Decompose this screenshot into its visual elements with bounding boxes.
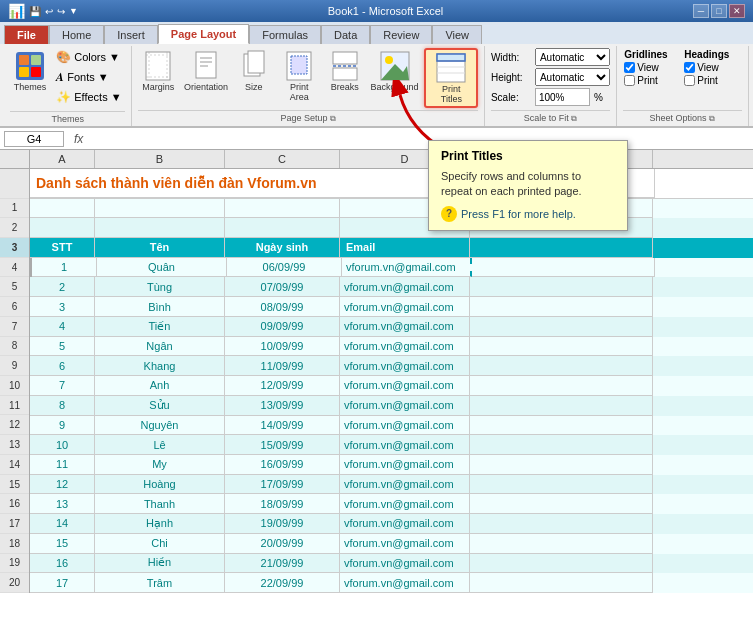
cell-5-e[interactable] bbox=[470, 277, 653, 297]
cell-15-a[interactable]: 12 bbox=[30, 475, 95, 495]
cell-13-e[interactable] bbox=[470, 435, 653, 455]
gridlines-view-checkbox[interactable] bbox=[624, 62, 635, 73]
cell-14-a[interactable]: 11 bbox=[30, 455, 95, 475]
effects-button[interactable]: ✨ Effects ▼ bbox=[52, 88, 125, 106]
cell-8-a[interactable]: 5 bbox=[30, 337, 95, 357]
cell-15-e[interactable] bbox=[470, 475, 653, 495]
tab-formulas[interactable]: Formulas bbox=[249, 25, 321, 44]
cell-20-a[interactable]: 17 bbox=[30, 573, 95, 593]
cell-1-b[interactable] bbox=[95, 199, 225, 219]
cell-5-a[interactable]: 2 bbox=[30, 277, 95, 297]
cell-3-c[interactable]: Ngày sinh bbox=[225, 238, 340, 258]
cell-5-d[interactable]: vforum.vn@gmail.com bbox=[340, 277, 470, 297]
cell-2-c[interactable] bbox=[225, 218, 340, 238]
cell-12-a[interactable]: 9 bbox=[30, 416, 95, 436]
scale-input[interactable] bbox=[535, 88, 590, 106]
cell-4-a[interactable]: 1 bbox=[32, 258, 97, 278]
col-header-c[interactable]: C bbox=[225, 150, 340, 168]
cell-7-c[interactable]: 09/09/99 bbox=[225, 317, 340, 337]
cell-13-d[interactable]: vforum.vn@gmail.com bbox=[340, 435, 470, 455]
cell-12-d[interactable]: vforum.vn@gmail.com bbox=[340, 416, 470, 436]
cell-9-c[interactable]: 11/09/99 bbox=[225, 356, 340, 376]
cell-13-a[interactable]: 10 bbox=[30, 435, 95, 455]
cell-15-c[interactable]: 17/09/99 bbox=[225, 475, 340, 495]
sheet-options-dialog-launcher[interactable]: ⧉ bbox=[709, 114, 715, 123]
cell-2-b[interactable] bbox=[95, 218, 225, 238]
tab-page-layout[interactable]: Page Layout bbox=[158, 24, 249, 44]
cell-17-e[interactable] bbox=[470, 514, 653, 534]
cell-4-e[interactable] bbox=[472, 258, 655, 278]
cell-17-d[interactable]: vforum.vn@gmail.com bbox=[340, 514, 470, 534]
tab-insert[interactable]: Insert bbox=[104, 25, 158, 44]
maximize-button[interactable]: □ bbox=[711, 4, 727, 18]
cell-4-b[interactable]: Quân bbox=[97, 258, 227, 278]
cell-20-d[interactable]: vforum.vn@gmail.com bbox=[340, 573, 470, 593]
cell-7-a[interactable]: 4 bbox=[30, 317, 95, 337]
minimize-button[interactable]: ─ bbox=[693, 4, 709, 18]
tab-home[interactable]: Home bbox=[49, 25, 104, 44]
cell-9-a[interactable]: 6 bbox=[30, 356, 95, 376]
cell-20-c[interactable]: 22/09/99 bbox=[225, 573, 340, 593]
height-select[interactable]: Automatic bbox=[535, 68, 610, 86]
cell-12-b[interactable]: Nguyên bbox=[95, 416, 225, 436]
cell-18-a[interactable]: 15 bbox=[30, 534, 95, 554]
cell-2-a[interactable] bbox=[30, 218, 95, 238]
gridlines-print-checkbox[interactable] bbox=[624, 75, 635, 86]
cell-18-d[interactable]: vforum.vn@gmail.com bbox=[340, 534, 470, 554]
fonts-button[interactable]: 𝑨 Fonts ▼ bbox=[52, 68, 125, 86]
cell-15-d[interactable]: vforum.vn@gmail.com bbox=[340, 475, 470, 495]
tab-view[interactable]: View bbox=[432, 25, 482, 44]
cell-15-b[interactable]: Hoàng bbox=[95, 475, 225, 495]
cell-18-b[interactable]: Chi bbox=[95, 534, 225, 554]
breaks-button[interactable]: Breaks bbox=[325, 48, 365, 94]
cell-5-b[interactable]: Tùng bbox=[95, 277, 225, 297]
cell-19-c[interactable]: 21/09/99 bbox=[225, 554, 340, 574]
tab-data[interactable]: Data bbox=[321, 25, 370, 44]
cell-10-b[interactable]: Anh bbox=[95, 376, 225, 396]
cell-4-c[interactable]: 06/09/99 bbox=[227, 258, 342, 278]
cell-4-d[interactable]: vforum.vn@gmail.com bbox=[342, 258, 472, 278]
cell-11-d[interactable]: vforum.vn@gmail.com bbox=[340, 396, 470, 416]
tab-review[interactable]: Review bbox=[370, 25, 432, 44]
cell-13-b[interactable]: Lê bbox=[95, 435, 225, 455]
page-setup-dialog-launcher[interactable]: ⧉ bbox=[330, 114, 336, 123]
width-select[interactable]: Automatic bbox=[535, 48, 610, 66]
cell-16-b[interactable]: Thanh bbox=[95, 494, 225, 514]
colors-button[interactable]: 🎨 Colors ▼ bbox=[52, 48, 125, 66]
tab-file[interactable]: File bbox=[4, 25, 49, 44]
cell-8-e[interactable] bbox=[470, 337, 653, 357]
themes-button[interactable]: Themes bbox=[10, 48, 51, 94]
cell-7-b[interactable]: Tiến bbox=[95, 317, 225, 337]
cell-9-d[interactable]: vforum.vn@gmail.com bbox=[340, 356, 470, 376]
cell-16-a[interactable]: 13 bbox=[30, 494, 95, 514]
cell-18-e[interactable] bbox=[470, 534, 653, 554]
cell-12-c[interactable]: 14/09/99 bbox=[225, 416, 340, 436]
quick-save[interactable]: 💾 bbox=[29, 6, 41, 17]
close-button[interactable]: ✕ bbox=[729, 4, 745, 18]
quick-redo[interactable]: ↪ bbox=[57, 6, 65, 17]
scale-dialog-launcher[interactable]: ⧉ bbox=[571, 114, 577, 123]
cell-11-c[interactable]: 13/09/99 bbox=[225, 396, 340, 416]
cell-16-c[interactable]: 18/09/99 bbox=[225, 494, 340, 514]
headings-print-checkbox[interactable] bbox=[684, 75, 695, 86]
formula-input[interactable] bbox=[89, 132, 749, 146]
cell-14-c[interactable]: 16/09/99 bbox=[225, 455, 340, 475]
cell-6-a[interactable]: 3 bbox=[30, 297, 95, 317]
cell-3-e[interactable] bbox=[470, 238, 653, 258]
cell-19-a[interactable]: 16 bbox=[30, 554, 95, 574]
cell-9-b[interactable]: Khang bbox=[95, 356, 225, 376]
cell-1-a[interactable] bbox=[30, 199, 95, 219]
print-titles-button[interactable]: Print Titles bbox=[424, 48, 478, 108]
cell-3-d[interactable]: Email bbox=[340, 238, 470, 258]
cell-12-e[interactable] bbox=[470, 416, 653, 436]
cell-7-d[interactable]: vforum.vn@gmail.com bbox=[340, 317, 470, 337]
cell-3-b[interactable]: Tên bbox=[95, 238, 225, 258]
dropdown-arrow[interactable]: ▼ bbox=[69, 6, 78, 16]
cell-5-c[interactable]: 07/09/99 bbox=[225, 277, 340, 297]
cell-6-d[interactable]: vforum.vn@gmail.com bbox=[340, 297, 470, 317]
cell-7-e[interactable] bbox=[470, 317, 653, 337]
cell-8-c[interactable]: 10/09/99 bbox=[225, 337, 340, 357]
cell-11-a[interactable]: 8 bbox=[30, 396, 95, 416]
cell-13-c[interactable]: 15/09/99 bbox=[225, 435, 340, 455]
cell-10-c[interactable]: 12/09/99 bbox=[225, 376, 340, 396]
